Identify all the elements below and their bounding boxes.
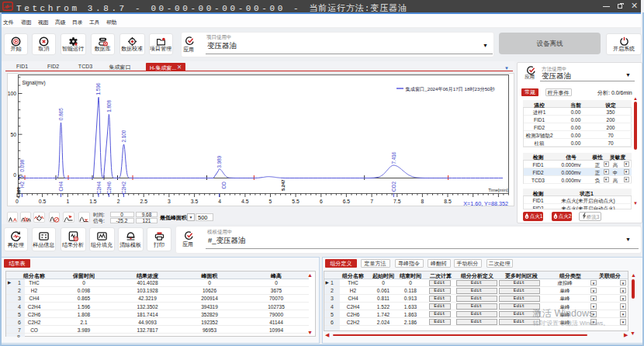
svg-text:4.699: 4.699: [16, 186, 21, 198]
svg-text:CO: CO: [221, 182, 227, 189]
svg-text:5.5: 5.5: [292, 199, 299, 204]
svg-text:2.100: 2.100: [121, 130, 126, 142]
svg-text:7: 7: [370, 199, 373, 204]
svg-text:0: 0: [13, 172, 16, 178]
svg-text:7.5: 7.5: [393, 199, 401, 204]
svg-text:5.247: 5.247: [281, 180, 286, 192]
svg-text:6.5: 6.5: [343, 199, 351, 204]
svg-text:CO2: CO2: [391, 182, 396, 192]
svg-text:50: 50: [10, 132, 16, 137]
svg-text:C2H4: C2H4: [96, 182, 102, 195]
svg-text:3.989: 3.989: [216, 155, 222, 168]
svg-text:3: 3: [168, 199, 171, 204]
svg-text:0.098: 0.098: [19, 159, 25, 171]
svg-text:CH4: CH4: [58, 182, 64, 192]
svg-text:Signal(mv): Signal(mv): [23, 80, 46, 86]
svg-text:8.5: 8.5: [444, 199, 452, 204]
svg-text:C2H2: C2H2: [121, 182, 126, 195]
svg-text:0: 0: [16, 199, 19, 204]
svg-text:0.5: 0.5: [39, 199, 47, 204]
svg-text:1.5: 1.5: [89, 199, 97, 204]
svg-text:Time[min]: Time[min]: [488, 188, 508, 192]
svg-text:H2: H2: [19, 182, 25, 189]
svg-text:5: 5: [269, 199, 272, 204]
svg-text:7.416: 7.416: [391, 151, 396, 164]
svg-text:4.5: 4.5: [241, 199, 249, 204]
svg-text:集成窗口_2024年06月17日 18时23分50秒: 集成窗口_2024年06月17日 18时23分50秒: [406, 86, 496, 92]
svg-text:4: 4: [218, 199, 221, 204]
svg-text:2.5: 2.5: [140, 199, 147, 204]
svg-text:0.865: 0.865: [58, 108, 64, 120]
svg-text:1.808: 1.808: [106, 99, 112, 112]
svg-text:3.5: 3.5: [191, 199, 199, 204]
svg-text:X=1.60, Y=88.352: X=1.60, Y=88.352: [463, 200, 508, 207]
svg-text:1: 1: [66, 199, 69, 204]
svg-text:8: 8: [421, 199, 424, 204]
svg-text:6: 6: [320, 199, 323, 204]
svg-text:2: 2: [117, 199, 120, 204]
svg-text:1.596: 1.596: [96, 82, 102, 95]
svg-text:C2H6: C2H6: [106, 182, 112, 195]
svg-text:100: 100: [8, 91, 17, 96]
